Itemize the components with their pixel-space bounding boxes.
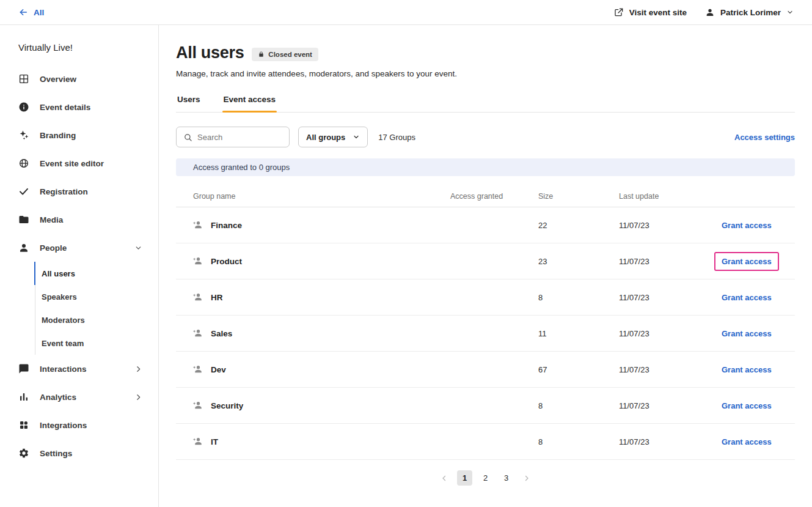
person-icon	[18, 242, 29, 253]
tab-users[interactable]: Users	[176, 95, 202, 112]
group-size: 8	[538, 293, 619, 302]
sidebar-item-speakers[interactable]: Speakers	[34, 285, 158, 308]
group-size: 8	[538, 401, 619, 410]
page-button[interactable]: 1	[457, 470, 472, 486]
sidebar-item-event-site-editor[interactable]: Event site editor	[0, 149, 158, 177]
group-size: 22	[538, 221, 619, 230]
closed-event-badge-label: Closed event	[268, 51, 312, 58]
event-title: Virtually Live!	[0, 39, 158, 65]
search-icon	[183, 133, 192, 142]
group-icon	[192, 292, 203, 303]
group-name: Finance	[211, 221, 242, 230]
access-granted-banner: Access granted to 0 groups	[176, 158, 795, 176]
sidebar-item-label: People	[40, 243, 67, 253]
sidebar-item-label: Event details	[40, 103, 90, 112]
user-menu[interactable]: Patrick Lorimer	[705, 7, 794, 17]
group-last-update: 11/07/23	[619, 257, 721, 266]
group-icon	[192, 328, 203, 339]
table-row: HR 8 11/07/23 Grant access	[176, 279, 795, 316]
groups-filter-value: All groups	[306, 133, 345, 142]
group-name: IT	[211, 437, 218, 446]
person-icon	[705, 7, 715, 17]
grant-access-link[interactable]: Grant access	[714, 396, 779, 415]
sidebar-item-label: Branding	[40, 131, 76, 140]
sidebar-item-media[interactable]: Media	[0, 205, 158, 234]
table-row: Sales 11 11/07/23 Grant access	[176, 316, 795, 352]
tabs: Users Event access	[176, 95, 795, 113]
table-row: Security 8 11/07/23 Grant access	[176, 388, 795, 424]
visit-event-site-button[interactable]: Visit event site	[614, 7, 687, 17]
grant-access-link[interactable]: Grant access	[714, 324, 779, 343]
group-name: Sales	[211, 329, 232, 338]
grant-access-link[interactable]: Grant access	[714, 288, 779, 307]
people-subnav: All users Speakers Moderators Event team	[35, 262, 158, 355]
sidebar: Virtually Live! Overview Event details B…	[0, 25, 159, 507]
sparkles-icon	[18, 130, 29, 141]
group-icon	[192, 364, 203, 375]
sidebar-item-analytics[interactable]: Analytics	[0, 383, 158, 411]
sidebar-item-branding[interactable]: Branding	[0, 121, 158, 149]
grant-access-link[interactable]: Grant access	[714, 432, 779, 451]
sidebar-subitem-label: Moderators	[42, 316, 85, 325]
sidebar-subitem-label: All users	[42, 269, 75, 278]
group-name: Dev	[211, 365, 226, 374]
back-to-all-link[interactable]: All	[18, 7, 44, 17]
sidebar-item-moderators[interactable]: Moderators	[34, 308, 158, 331]
chevron-down-icon	[786, 9, 794, 16]
sidebar-item-label: Interactions	[40, 365, 87, 374]
toolbar: All groups 17 Groups Access settings	[176, 127, 795, 147]
chevron-down-icon	[353, 133, 360, 141]
grant-access-link[interactable]: Grant access	[714, 360, 779, 379]
chevron-right-icon	[523, 475, 530, 482]
search-input[interactable]	[197, 133, 282, 142]
sidebar-subitem-label: Speakers	[42, 292, 77, 302]
table-header-row: Group name Access granted Size Last upda…	[176, 185, 795, 207]
sidebar-item-event-details[interactable]: Event details	[0, 93, 158, 121]
grant-access-link[interactable]: Grant access	[714, 216, 779, 235]
sidebar-item-label: Settings	[40, 449, 72, 458]
search-box[interactable]	[176, 127, 290, 147]
tab-event-access[interactable]: Event access	[222, 95, 277, 112]
groups-filter-dropdown[interactable]: All groups	[298, 127, 368, 147]
sidebar-item-people[interactable]: People	[0, 234, 158, 262]
sidebar-item-label: Registration	[40, 187, 88, 196]
table-row: Finance 22 11/07/23 Grant access	[176, 207, 795, 243]
group-icon	[192, 256, 203, 267]
integrations-icon	[18, 420, 29, 431]
visit-event-site-label: Visit event site	[629, 8, 687, 17]
page-subtitle: Manage, track and invite attendees, mode…	[176, 69, 795, 78]
bar-chart-icon	[18, 391, 29, 402]
checkmark-icon	[18, 186, 29, 197]
page-title: All users	[176, 43, 244, 62]
sidebar-item-all-users[interactable]: All users	[34, 262, 158, 285]
pagination-prev-button[interactable]	[437, 471, 452, 486]
group-size: 8	[538, 437, 619, 446]
page-button[interactable]: 2	[478, 470, 493, 486]
sidebar-item-event-team[interactable]: Event team	[34, 331, 158, 355]
pagination-next-button[interactable]	[519, 471, 534, 486]
sidebar-item-interactions[interactable]: Interactions	[0, 355, 158, 383]
access-settings-link[interactable]: Access settings	[734, 133, 795, 142]
sidebar-item-integrations[interactable]: Integrations	[0, 411, 158, 439]
group-name: HR	[211, 293, 223, 302]
groups-table: Group name Access granted Size Last upda…	[176, 185, 795, 460]
grant-access-link[interactable]: Grant access	[714, 252, 779, 271]
group-icon	[192, 220, 203, 231]
sidebar-item-settings[interactable]: Settings	[0, 439, 158, 467]
column-header-last-update: Last update	[619, 192, 721, 201]
table-row: Product 23 11/07/23 Grant access	[176, 243, 795, 279]
sidebar-item-registration[interactable]: Registration	[0, 177, 158, 205]
external-link-icon	[614, 7, 624, 17]
page-button[interactable]: 3	[499, 470, 514, 486]
group-name: Security	[211, 401, 243, 410]
column-header-access-granted: Access granted	[450, 192, 538, 201]
lock-icon	[258, 51, 265, 57]
main-content: All users Closed event Manage, track and…	[159, 25, 812, 507]
gear-icon	[18, 448, 29, 459]
chevron-right-icon	[134, 393, 142, 401]
back-link-label: All	[34, 8, 44, 17]
sidebar-item-overview[interactable]: Overview	[0, 65, 158, 93]
group-icon	[192, 400, 203, 411]
pagination: 1 2 3	[176, 470, 795, 486]
sidebar-item-label: Event site editor	[40, 159, 104, 168]
